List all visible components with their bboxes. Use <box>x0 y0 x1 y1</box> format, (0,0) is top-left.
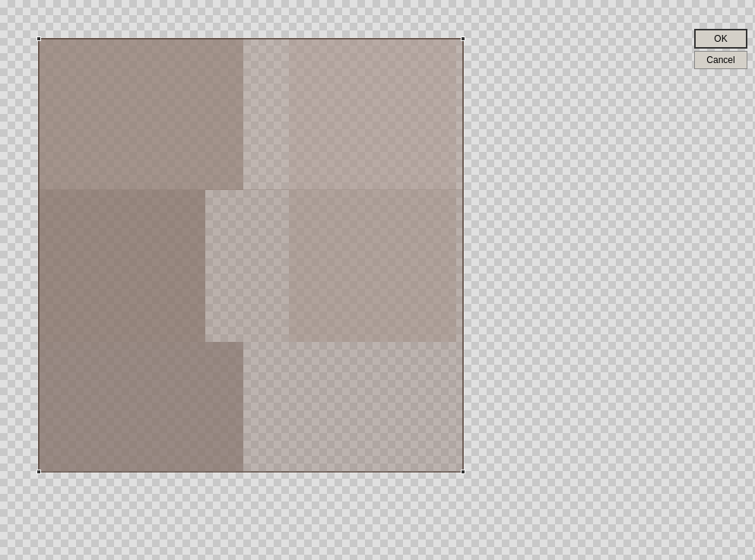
handle-br <box>461 470 465 474</box>
right-panel: ⊡ ✋ 🔍 ↖ Preview Background: None White B… <box>234 40 755 539</box>
handle-tl <box>36 36 41 41</box>
ok-button[interactable]: OK <box>694 29 747 49</box>
cancel-button[interactable]: Cancel <box>694 51 747 69</box>
handle-tr <box>461 36 465 41</box>
handle-bl <box>36 470 41 474</box>
canvas-area[interactable] <box>0 0 755 560</box>
selection-border <box>38 38 464 473</box>
main-layout: Settings Basic 👆 Create Output In New La… <box>0 40 755 539</box>
ok-cancel-group: OK Cancel <box>694 29 747 69</box>
